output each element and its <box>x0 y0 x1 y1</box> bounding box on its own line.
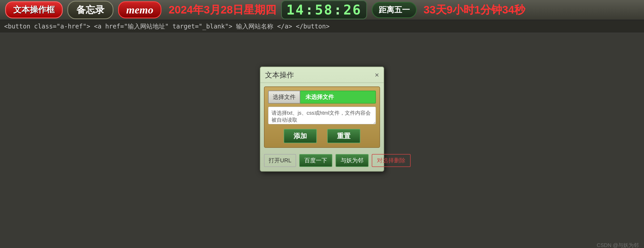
watermark: CSDN @与妖为邻 <box>597 242 639 248</box>
baidu-button[interactable]: 百度一下 <box>299 154 332 167</box>
clock-minutes: 58 <box>315 2 333 18</box>
modal-footer: 打开URL 百度一下 与妖为邻 对选择删除 <box>260 151 384 171</box>
date-display: 2024年3月28日星期四 <box>169 3 276 17</box>
text-ops-button[interactable]: 文本操作框 <box>5 1 63 18</box>
open-url-button[interactable]: 打开URL <box>264 154 296 167</box>
modal-title: 文本操作 <box>265 70 294 80</box>
delete-selected-button[interactable]: 对选择删除 <box>372 154 411 167</box>
reset-button[interactable]: 重置 <box>327 129 360 143</box>
modal-header: 文本操作 × <box>260 67 384 83</box>
add-button[interactable]: 添加 <box>284 129 317 143</box>
clock-hours: 14 <box>287 2 305 18</box>
memo-button[interactable]: 备忘录 <box>67 1 113 19</box>
code-bar: <button class="a-href"> <a href="输入网站地址"… <box>0 20 644 33</box>
clock-colon-1: : <box>305 2 314 18</box>
choose-file-button[interactable]: 选择文件 <box>268 91 300 104</box>
countdown-value: 33天9小时1分钟34秒 <box>424 3 525 17</box>
clock-display: 14 : 58 : 26 <box>281 0 367 19</box>
modal-body: 选择文件 未选择文件 请选择txt、js、css或html文件，文件内容会被自动… <box>260 83 384 151</box>
file-status: 未选择文件 <box>300 91 376 104</box>
action-row: 添加 重置 <box>268 129 376 143</box>
clock-colon-2: : <box>334 2 343 18</box>
modal-close-button[interactable]: × <box>375 71 379 79</box>
modal-overlay: 文本操作 × 选择文件 未选择文件 请选择txt、js、css或html文件，文… <box>0 33 644 248</box>
countdown-label: 距离五一 <box>372 2 417 18</box>
top-bar: 文本操作框 备忘录 memo 2024年3月28日星期四 14 : 58 : 2… <box>0 0 644 20</box>
file-input-row: 选择文件 未选择文件 <box>268 91 376 104</box>
memo-logo-button[interactable]: memo <box>118 1 161 18</box>
clock-seconds: 26 <box>343 2 362 18</box>
with-fox-button[interactable]: 与妖为邻 <box>335 154 369 167</box>
main-content: 文本操作 × 选择文件 未选择文件 请选择txt、js、css或html文件，文… <box>0 33 644 248</box>
file-section: 选择文件 未选择文件 请选择txt、js、css或html文件，文件内容会被自动… <box>264 86 380 148</box>
text-ops-modal: 文本操作 × 选择文件 未选择文件 请选择txt、js、css或html文件，文… <box>260 67 384 172</box>
file-hint-textarea[interactable]: 请选择txt、js、css或html文件，文件内容会被自动读取 <box>268 107 376 124</box>
